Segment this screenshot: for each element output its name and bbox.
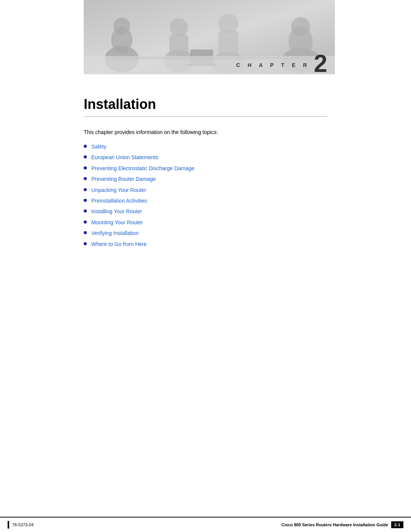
svg-point-6	[170, 18, 188, 37]
toc-link[interactable]: Where to Go from Here	[91, 240, 147, 248]
bullet-dot-icon	[84, 177, 87, 180]
chapter-bar: C H A P T E R 2	[84, 56, 335, 74]
list-item: Mounting Your Router	[84, 218, 327, 227]
list-item: Preventing Router Damage	[84, 175, 327, 183]
bullet-dot-icon	[84, 188, 87, 191]
bullet-dot-icon	[84, 145, 87, 148]
footer-left: 78-5373-04	[8, 521, 33, 529]
bullet-dot-icon	[84, 242, 87, 245]
toc-link[interactable]: Preventing Electrostatic Discharge Damag…	[91, 164, 194, 173]
toc-link[interactable]: European Union Statements	[91, 153, 158, 161]
toc-link[interactable]: Installing Your Router	[91, 207, 142, 216]
toc-link[interactable]: Safety	[91, 142, 107, 151]
list-item: Preinstallation Activities	[84, 197, 327, 205]
intro-paragraph: This chapter provides information on the…	[84, 128, 327, 136]
list-item: Verifying Installation	[84, 229, 327, 237]
page-wrapper: C H A P T E R 2 Installation This chapte…	[0, 0, 411, 532]
list-item: Installing Your Router	[84, 207, 327, 216]
bullet-dot-icon	[84, 166, 87, 169]
list-item: Unpacking Your Router	[84, 186, 327, 194]
toc-link[interactable]: Mounting Your Router	[91, 218, 143, 227]
bullet-dot-icon	[84, 155, 87, 158]
list-item: Where to Go from Here	[84, 240, 327, 248]
toc-link[interactable]: Verifying Installation	[91, 229, 139, 237]
svg-point-3	[113, 18, 130, 34]
chapter-number: 2	[314, 51, 327, 74]
footer-bar-icon	[8, 521, 9, 529]
main-content: Installation This chapter provides infor…	[0, 74, 411, 281]
list-item: Preventing Electrostatic Discharge Damag…	[84, 164, 327, 173]
toc-link[interactable]: Preventing Router Damage	[91, 175, 156, 183]
bullet-dot-icon	[84, 220, 87, 224]
bullet-dot-icon	[84, 199, 87, 202]
list-item: Safety	[84, 142, 327, 151]
svg-point-12	[291, 17, 310, 36]
page-footer: 78-5373-04 Cisco 800 Series Routers Hard…	[0, 517, 411, 532]
footer-page-number: 2-1	[391, 521, 403, 528]
toc-link[interactable]: Preinstallation Activities	[91, 197, 147, 205]
toc-list: SafetyEuropean Union StatementsPreventin…	[84, 142, 327, 248]
footer-doc-number: 78-5373-04	[12, 522, 33, 527]
list-item: European Union Statements	[84, 153, 327, 161]
chapter-label: C H A P T E R	[236, 62, 310, 68]
title-divider	[84, 116, 327, 117]
footer-guide-title: Cisco 800 Series Routers Hardware Instal…	[281, 522, 388, 527]
header-image: C H A P T E R 2	[84, 0, 335, 74]
bullet-dot-icon	[84, 231, 87, 234]
toc-link[interactable]: Unpacking Your Router	[91, 186, 146, 194]
footer-right: Cisco 800 Series Routers Hardware Instal…	[281, 521, 403, 528]
svg-point-9	[218, 14, 238, 34]
bullet-dot-icon	[84, 209, 87, 212]
page-title: Installation	[84, 96, 327, 112]
